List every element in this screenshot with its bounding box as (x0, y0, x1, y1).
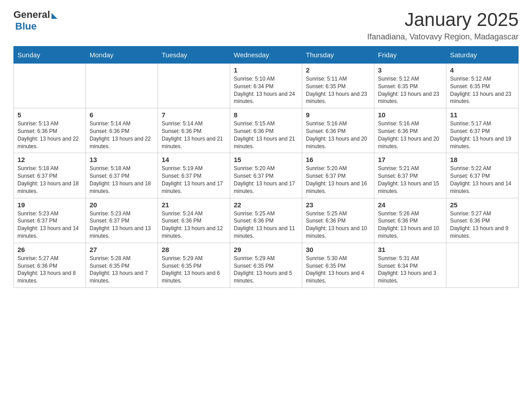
calendar-cell: 13Sunrise: 5:18 AMSunset: 6:37 PMDayligh… (86, 153, 158, 198)
logo: General Blue (13, 9, 57, 32)
calendar-cell: 2Sunrise: 5:11 AMSunset: 6:35 PMDaylight… (302, 64, 374, 108)
day-number: 17 (378, 156, 442, 163)
calendar-week-row: 5Sunrise: 5:13 AMSunset: 6:36 PMDaylight… (14, 108, 519, 153)
day-info: Sunrise: 5:18 AMSunset: 6:37 PMDaylight:… (90, 165, 154, 195)
calendar-cell: 9Sunrise: 5:16 AMSunset: 6:36 PMDaylight… (302, 108, 374, 153)
day-info: Sunrise: 5:14 AMSunset: 6:36 PMDaylight:… (90, 120, 154, 150)
day-info: Sunrise: 5:16 AMSunset: 6:36 PMDaylight:… (378, 120, 442, 150)
calendar-cell: 7Sunrise: 5:14 AMSunset: 6:36 PMDaylight… (158, 108, 230, 153)
calendar-cell: 16Sunrise: 5:20 AMSunset: 6:37 PMDayligh… (302, 153, 374, 198)
day-number: 2 (306, 66, 370, 74)
day-info: Sunrise: 5:14 AMSunset: 6:36 PMDaylight:… (162, 120, 226, 150)
logo-blue: Blue (15, 21, 37, 32)
day-number: 20 (90, 201, 154, 209)
day-number: 26 (17, 246, 82, 253)
day-info: Sunrise: 5:23 AMSunset: 6:37 PMDaylight:… (17, 210, 82, 240)
day-number: 24 (378, 201, 442, 209)
day-number: 12 (17, 156, 82, 163)
day-info: Sunrise: 5:24 AMSunset: 6:36 PMDaylight:… (162, 210, 226, 240)
calendar-cell: 27Sunrise: 5:28 AMSunset: 6:35 PMDayligh… (86, 243, 158, 287)
day-number: 18 (450, 156, 515, 163)
calendar-cell: 18Sunrise: 5:22 AMSunset: 6:37 PMDayligh… (446, 153, 519, 198)
calendar-cell: 21Sunrise: 5:24 AMSunset: 6:36 PMDayligh… (158, 198, 230, 243)
calendar-cell: 25Sunrise: 5:27 AMSunset: 6:36 PMDayligh… (446, 198, 519, 243)
day-info: Sunrise: 5:28 AMSunset: 6:35 PMDaylight:… (90, 255, 154, 285)
day-number: 5 (17, 111, 82, 119)
day-info: Sunrise: 5:15 AMSunset: 6:36 PMDaylight:… (234, 120, 298, 150)
calendar-cell: 6Sunrise: 5:14 AMSunset: 6:36 PMDaylight… (86, 108, 158, 153)
calendar-cell: 15Sunrise: 5:20 AMSunset: 6:37 PMDayligh… (230, 153, 302, 198)
calendar-cell (158, 64, 230, 108)
day-info: Sunrise: 5:20 AMSunset: 6:37 PMDaylight:… (234, 165, 298, 195)
calendar-cell: 24Sunrise: 5:26 AMSunset: 6:36 PMDayligh… (374, 198, 446, 243)
calendar-week-row: 1Sunrise: 5:10 AMSunset: 6:34 PMDaylight… (14, 64, 519, 108)
day-info: Sunrise: 5:12 AMSunset: 6:35 PMDaylight:… (450, 75, 515, 105)
calendar-day-header: Sunday (14, 47, 86, 64)
day-number: 14 (162, 156, 226, 163)
calendar-cell: 8Sunrise: 5:15 AMSunset: 6:36 PMDaylight… (230, 108, 302, 153)
calendar-cell: 10Sunrise: 5:16 AMSunset: 6:36 PMDayligh… (374, 108, 446, 153)
calendar-cell: 4Sunrise: 5:12 AMSunset: 6:35 PMDaylight… (446, 64, 519, 108)
day-info: Sunrise: 5:19 AMSunset: 6:37 PMDaylight:… (162, 165, 226, 195)
day-number: 6 (90, 111, 154, 119)
day-info: Sunrise: 5:16 AMSunset: 6:36 PMDaylight:… (306, 120, 370, 150)
logo-triangle-icon (51, 13, 57, 19)
calendar-cell: 12Sunrise: 5:18 AMSunset: 6:37 PMDayligh… (14, 153, 86, 198)
calendar-cell: 19Sunrise: 5:23 AMSunset: 6:37 PMDayligh… (14, 198, 86, 243)
calendar-cell: 1Sunrise: 5:10 AMSunset: 6:34 PMDaylight… (230, 64, 302, 108)
day-number: 9 (306, 111, 370, 119)
calendar-cell (14, 64, 86, 108)
day-info: Sunrise: 5:10 AMSunset: 6:34 PMDaylight:… (234, 75, 298, 105)
day-number: 10 (378, 111, 442, 119)
day-number: 15 (234, 156, 298, 163)
calendar-cell: 11Sunrise: 5:17 AMSunset: 6:37 PMDayligh… (446, 108, 519, 153)
calendar-cell: 20Sunrise: 5:23 AMSunset: 6:37 PMDayligh… (86, 198, 158, 243)
day-number: 29 (234, 246, 298, 253)
day-info: Sunrise: 5:23 AMSunset: 6:37 PMDaylight:… (90, 210, 154, 240)
day-info: Sunrise: 5:17 AMSunset: 6:37 PMDaylight:… (450, 120, 515, 150)
day-number: 25 (450, 201, 515, 209)
day-number: 1 (234, 66, 298, 74)
day-info: Sunrise: 5:29 AMSunset: 6:35 PMDaylight:… (234, 255, 298, 285)
calendar-cell: 22Sunrise: 5:25 AMSunset: 6:36 PMDayligh… (230, 198, 302, 243)
day-number: 8 (234, 111, 298, 119)
day-info: Sunrise: 5:18 AMSunset: 6:37 PMDaylight:… (17, 165, 82, 195)
title-section: January 2025 Ifanadiana, Vatovavy Region… (367, 9, 519, 42)
calendar-day-header: Friday (374, 47, 446, 64)
logo-general: General (13, 9, 50, 21)
day-number: 22 (234, 201, 298, 209)
calendar-cell: 26Sunrise: 5:27 AMSunset: 6:36 PMDayligh… (14, 243, 86, 287)
day-info: Sunrise: 5:22 AMSunset: 6:37 PMDaylight:… (450, 165, 515, 195)
day-info: Sunrise: 5:21 AMSunset: 6:37 PMDaylight:… (378, 165, 442, 195)
day-info: Sunrise: 5:20 AMSunset: 6:37 PMDaylight:… (306, 165, 370, 195)
calendar-cell: 14Sunrise: 5:19 AMSunset: 6:37 PMDayligh… (158, 153, 230, 198)
day-info: Sunrise: 5:12 AMSunset: 6:35 PMDaylight:… (378, 75, 442, 105)
day-info: Sunrise: 5:13 AMSunset: 6:36 PMDaylight:… (17, 120, 82, 150)
day-number: 3 (378, 66, 442, 74)
page-subtitle: Ifanadiana, Vatovavy Region, Madagascar (367, 32, 519, 42)
day-number: 16 (306, 156, 370, 163)
day-number: 7 (162, 111, 226, 119)
page-title: January 2025 (367, 9, 519, 30)
calendar-cell: 5Sunrise: 5:13 AMSunset: 6:36 PMDaylight… (14, 108, 86, 153)
calendar-day-header: Monday (86, 47, 158, 64)
day-number: 19 (17, 201, 82, 209)
calendar-cell (446, 243, 519, 287)
calendar-day-header: Saturday (446, 47, 519, 64)
calendar-cell: 29Sunrise: 5:29 AMSunset: 6:35 PMDayligh… (230, 243, 302, 287)
calendar-cell (86, 64, 158, 108)
page-header: General Blue January 2025 Ifanadiana, Va… (13, 9, 519, 42)
day-number: 13 (90, 156, 154, 163)
calendar-day-header: Wednesday (230, 47, 302, 64)
calendar-cell: 3Sunrise: 5:12 AMSunset: 6:35 PMDaylight… (374, 64, 446, 108)
calendar-cell: 31Sunrise: 5:31 AMSunset: 6:34 PMDayligh… (374, 243, 446, 287)
calendar-week-row: 26Sunrise: 5:27 AMSunset: 6:36 PMDayligh… (14, 243, 519, 287)
calendar-cell: 17Sunrise: 5:21 AMSunset: 6:37 PMDayligh… (374, 153, 446, 198)
day-number: 28 (162, 246, 226, 253)
calendar-table: SundayMondayTuesdayWednesdayThursdayFrid… (13, 46, 519, 288)
calendar-day-header: Tuesday (158, 47, 230, 64)
day-number: 30 (306, 246, 370, 253)
calendar-week-row: 19Sunrise: 5:23 AMSunset: 6:37 PMDayligh… (14, 198, 519, 243)
calendar-cell: 28Sunrise: 5:29 AMSunset: 6:35 PMDayligh… (158, 243, 230, 287)
day-info: Sunrise: 5:27 AMSunset: 6:36 PMDaylight:… (17, 255, 82, 285)
